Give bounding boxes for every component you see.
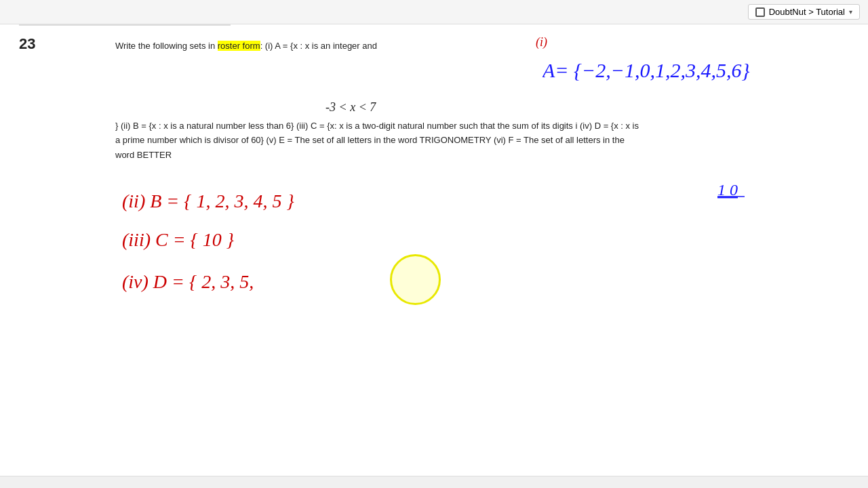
doubtnut-label: DoubtNut > Tutorial	[769, 7, 845, 17]
set-a-svg: A= {−2,−1,0,1,2,3,4,5,6}	[542, 49, 827, 86]
answer-iii-svg: (iii) C = { 10 }	[122, 220, 339, 254]
svg-text:A= {−2,−1,0,1,2,3,4,5,6}: A= {−2,−1,0,1,2,3,4,5,6}	[542, 59, 750, 81]
doubtnut-tutorial-button[interactable]: DoubtNut > Tutorial ▾	[748, 4, 860, 20]
inequality-expression: -3 < x < 7	[326, 100, 376, 115]
highlight-roster-form: roster form	[218, 41, 260, 51]
answer-ii-svg: (ii) B = { 1, 2, 3, 4, 5 }	[122, 182, 448, 216]
slide-number: 23	[19, 35, 35, 53]
svg-text:(iv)  D = { 2, 3, 5,: (iv) D = { 2, 3, 5,	[122, 271, 254, 292]
top-bar: DoubtNut > Tutorial ▾	[0, 0, 868, 24]
bottom-bar	[0, 476, 868, 488]
svg-text:(iii)  C = { 10 }: (iii) C = { 10 }	[122, 229, 234, 250]
dropdown-arrow: ▾	[849, 8, 852, 16]
note-10-svg: 1 0	[717, 175, 758, 202]
answer-iii: (iii) C = { 10 }	[122, 220, 339, 259]
instruction-text: Write the following sets in	[115, 41, 218, 51]
progress-bar	[19, 24, 231, 26]
svg-text:(ii)  B = { 1, 2, 3, 4, 5 }: (ii) B = { 1, 2, 3, 4, 5 }	[122, 190, 294, 211]
svg-text:1 0: 1 0	[717, 181, 738, 199]
instruction-cont: : (i) A = {x : x is an integer and	[260, 41, 377, 51]
window-icon	[755, 7, 765, 17]
set-a-answer: A= {−2,−1,0,1,2,3,4,5,6}	[542, 49, 827, 91]
note-10: 1 0	[717, 175, 758, 206]
problem-text: Write the following sets in roster form:…	[115, 39, 644, 54]
yellow-circle-highlight	[390, 254, 441, 305]
problem-parts-text: } (ii) B = {x : x is a natural number le…	[115, 119, 644, 162]
answer-ii: (ii) B = { 1, 2, 3, 4, 5 }	[122, 182, 448, 220]
